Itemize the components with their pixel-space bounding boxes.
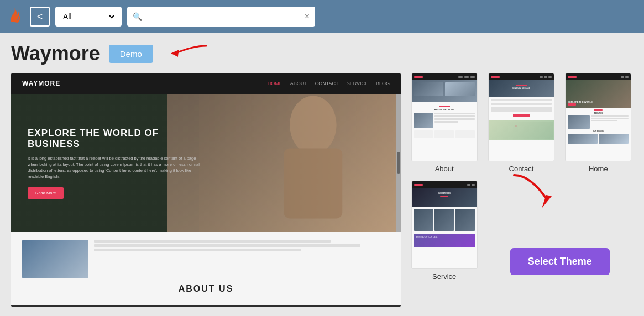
search-container: 🔍 × [127,7,315,27]
hero-read-more-button[interactable]: Read More [28,187,64,199]
fake-about-title: ABOUT US [22,284,390,294]
svg-rect-3 [284,149,343,219]
clear-button[interactable]: × [305,12,310,22]
svg-marker-0 [171,50,179,57]
fake-about-text [94,240,390,253]
select-theme-arrow [509,170,558,214]
mini-service-grid [412,207,477,233]
fake-nav-logo: WAYMORE [22,80,60,87]
mini-home-hero: EXPLORE THE WORLD [566,80,631,108]
hero-title: EXPLORE THE WORLD OF BUSINESS [28,128,205,150]
mini-contact-site: SEND US A MESSAGE [489,73,554,161]
mini-contact-form [489,97,554,119]
mini-contact-map [489,120,554,140]
fake-about-image [22,240,88,278]
mini-home-nav [566,73,631,80]
mini-nav [412,73,477,80]
mini-contact-hero: SEND US A MESSAGE [489,80,554,97]
search-icon: 🔍 [133,12,142,21]
right-panel: ABOUT WAYMORE [410,73,633,307]
fake-hero: EXPLORE THE WORLD OF BUSINESS It is a lo… [11,94,401,232]
thumb-about-label: About [435,165,454,173]
demo-arrow [166,43,211,65]
thumb-home[interactable]: EXPLORE THE WORLD ABOUT US [564,73,633,173]
filter-dropdown[interactable]: All Business Portfolio Blog [55,7,122,27]
mini-about-body: ABOUT WAYMORE [412,102,477,140]
back-button[interactable]: < [30,7,50,27]
mini-about-hero [412,80,477,102]
top-bar: < All Business Portfolio Blog 🔍 × [0,0,644,33]
fake-about-content [22,240,390,278]
nav-link-service: SERVICE [347,81,368,86]
select-theme-area: Select Theme [486,181,633,281]
svg-point-2 [290,96,337,154]
page-title: Waymore [11,42,100,65]
thumb-about-image: ABOUT WAYMORE [411,73,478,161]
thumb-about[interactable]: ABOUT WAYMORE [410,73,479,173]
title-row: Waymore Demo [11,42,633,65]
mini-service-site: OUR SERVICES WHY FIND US YOUR IDEAL [412,181,477,268]
svg-marker-4 [542,195,552,208]
mini-contact-nav [489,73,554,80]
demo-button[interactable]: Demo [109,45,153,63]
fake-about-section: ABOUT US [11,232,401,305]
main-content: Waymore Demo WAYMORE HOME ABOUT CONTACT [0,33,644,316]
nav-link-contact: CONTACT [315,81,339,86]
mini-about-site: ABOUT WAYMORE [412,73,477,161]
mini-home-body: ABOUT US OUR MISSION [566,108,631,145]
back-icon: < [37,11,43,23]
nav-link-about: ABOUT [290,81,307,86]
mini-service-cta: WHY FIND US YOUR IDEAL [414,234,475,247]
scrollbar[interactable] [396,94,401,232]
nav-link-blog: BLOG [376,81,390,86]
search-input[interactable] [146,12,300,21]
hero-text: It is a long established fact that a rea… [28,155,205,180]
thumb-service[interactable]: OUR SERVICES WHY FIND US YOUR IDEAL [410,181,479,281]
thumb-home-label: Home [589,165,608,173]
mini-service-hero: OUR SERVICES [412,188,477,207]
thumb-contact[interactable]: SEND US A MESSAGE [486,73,556,173]
thumb-service-image: OUR SERVICES WHY FIND US YOUR IDEAL [411,181,478,269]
filter-select[interactable]: All Business Portfolio Blog [61,12,116,22]
fake-nav: WAYMORE HOME ABOUT CONTACT SERVICE BLOG [11,73,401,94]
fake-site: WAYMORE HOME ABOUT CONTACT SERVICE BLOG [11,73,401,307]
nav-link-home: HOME [268,81,282,86]
fake-nav-links: HOME ABOUT CONTACT SERVICE BLOG [268,81,390,86]
main-preview: WAYMORE HOME ABOUT CONTACT SERVICE BLOG [11,73,401,307]
thumb-home-image: EXPLORE THE WORLD ABOUT US [565,73,631,161]
thumbnails-grid: ABOUT WAYMORE [410,73,633,307]
select-theme-button[interactable]: Select Theme [510,248,610,275]
logo-icon [7,6,24,27]
mini-home-site: EXPLORE THE WORLD ABOUT US [566,73,631,161]
thumb-service-label: Service [432,272,456,281]
hero-content: EXPLORE THE WORLD OF BUSINESS It is a lo… [28,128,205,199]
content-area: WAYMORE HOME ABOUT CONTACT SERVICE BLOG [11,73,633,307]
thumb-contact-image: SEND US A MESSAGE [488,73,554,161]
mini-service-nav [412,181,477,188]
